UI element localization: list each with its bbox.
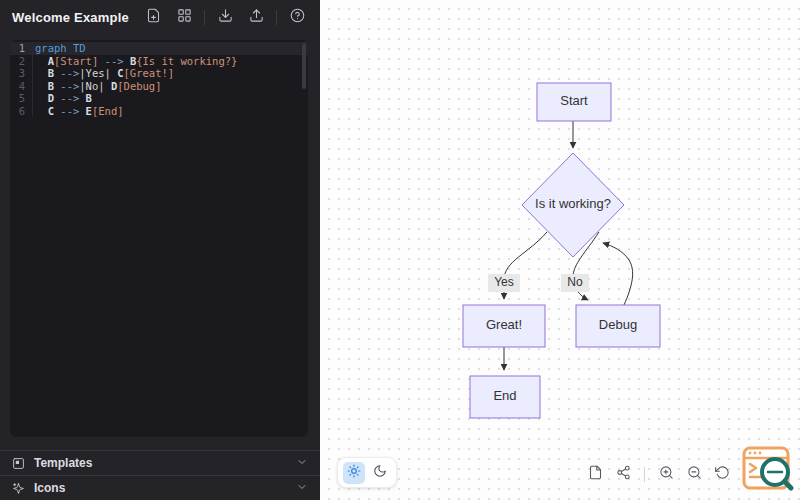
header-actions: [142, 6, 308, 28]
toolbar-divider: [644, 467, 645, 482]
node-great-label: Great!: [486, 317, 522, 332]
line-content: C --> E[End]: [32, 105, 124, 118]
line-content: D --> B: [32, 92, 92, 105]
document-title: Welcome Example: [12, 10, 129, 25]
flowchart-svg: Yes No Start Is it working? Great! Debug…: [320, 0, 800, 500]
templates-grid-button[interactable]: [173, 6, 195, 28]
app-window: Welcome Example: [0, 0, 800, 500]
code-line[interactable]: 3 B -->|Yes| C[Great!]: [10, 67, 308, 80]
help-button[interactable]: [286, 6, 308, 28]
line-content: B -->|No| D[Debug]: [32, 80, 162, 93]
download-button[interactable]: [214, 6, 236, 28]
node-decision-label: Is it working?: [535, 196, 611, 211]
line-number: 3: [10, 67, 32, 80]
new-file-button[interactable]: [142, 6, 164, 28]
node-debug-label: Debug: [599, 317, 637, 332]
copy-diagram-button[interactable]: [585, 464, 605, 484]
zoom-out-button[interactable]: [684, 464, 704, 484]
upload-icon: [249, 8, 264, 27]
panel-footer: Templates Icons: [0, 450, 320, 500]
line-content: B -->|Yes| C[Great!]: [32, 67, 174, 80]
edge-label-yes: Yes: [494, 275, 514, 289]
edge-label-no: No: [567, 275, 583, 289]
light-theme-button[interactable]: [343, 462, 365, 484]
node-start-label: Start: [560, 93, 588, 108]
zoom-out-icon: [687, 465, 702, 484]
reset-view-icon: [715, 465, 730, 484]
code-editor[interactable]: 1graph TD2 A[Start] --> B{Is it working?…: [10, 40, 308, 437]
theme-toggle: [337, 457, 397, 488]
header-divider: [276, 10, 277, 25]
line-number: 1: [10, 42, 32, 55]
line-number: 4: [10, 80, 32, 93]
line-number: 6: [10, 105, 32, 118]
download-icon: [218, 8, 233, 27]
editor-panel: Welcome Example: [0, 0, 320, 500]
icons-label: Icons: [34, 481, 65, 495]
copy-diagram-icon: [588, 465, 603, 484]
sun-icon: [347, 464, 361, 482]
new-file-icon: [146, 8, 161, 27]
code-lines: 1graph TD2 A[Start] --> B{Is it working?…: [10, 40, 308, 117]
code-line[interactable]: 2 A[Start] --> B{Is it working?}: [10, 55, 308, 68]
moon-icon: [373, 464, 387, 482]
templates-accordion[interactable]: Templates: [0, 450, 320, 475]
chevron-down-icon: [296, 454, 308, 472]
page-scan-widget[interactable]: [740, 441, 796, 497]
browser-magnifier-icon: [740, 483, 796, 500]
sparkles-icon: [12, 482, 25, 495]
line-number: 5: [10, 92, 32, 105]
zoom-in-button[interactable]: [656, 464, 676, 484]
help-icon: [290, 8, 305, 27]
diagram-canvas[interactable]: Yes No Start Is it working? Great! Debug…: [320, 0, 800, 500]
code-line[interactable]: 5 D --> B: [10, 92, 308, 105]
templates-label: Templates: [34, 456, 92, 470]
line-content: A[Start] --> B{Is it working?}: [32, 55, 237, 68]
editor-scrollbar[interactable]: [302, 43, 306, 89]
line-number: 2: [10, 55, 32, 68]
icons-accordion[interactable]: Icons: [0, 475, 320, 500]
panel-header: Welcome Example: [0, 0, 320, 34]
reset-view-button[interactable]: [712, 464, 732, 484]
header-divider: [204, 10, 205, 25]
chevron-down-icon: [296, 479, 308, 497]
share-button[interactable]: [613, 464, 633, 484]
canvas-toolbar: [585, 464, 732, 484]
upload-button[interactable]: [245, 6, 267, 28]
share-icon: [616, 465, 631, 484]
edge-debug-decision: [603, 243, 633, 305]
template-icon: [12, 457, 25, 470]
code-line[interactable]: 1graph TD: [10, 42, 308, 55]
code-line[interactable]: 4 B -->|No| D[Debug]: [10, 80, 308, 93]
code-line[interactable]: 6 C --> E[End]: [10, 105, 308, 118]
zoom-in-icon: [659, 465, 674, 484]
line-content: graph TD: [32, 42, 86, 55]
node-end-label: End: [493, 388, 516, 403]
dark-theme-button[interactable]: [369, 462, 391, 484]
templates-grid-icon: [177, 8, 192, 27]
